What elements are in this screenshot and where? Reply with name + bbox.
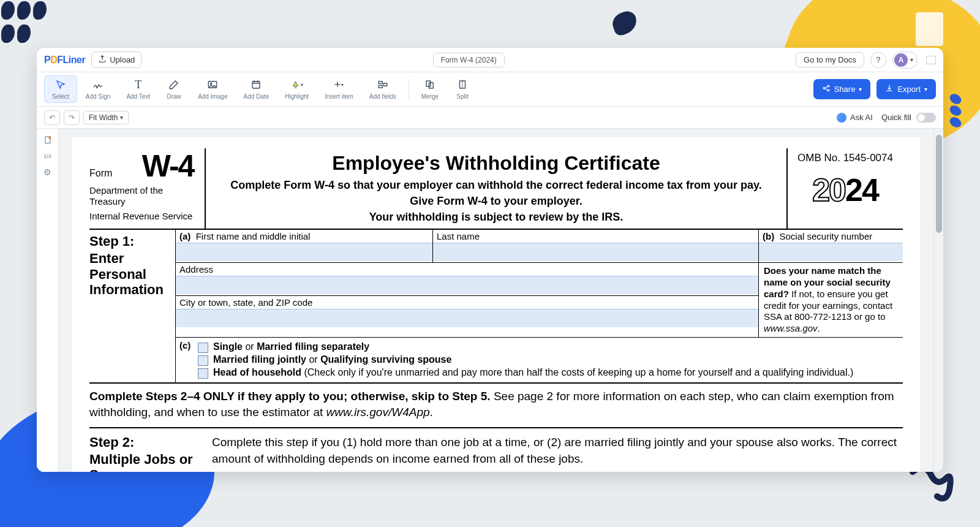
dept-line2: Internal Revenue Service: [89, 211, 201, 222]
plus-icon: +▾: [333, 78, 345, 91]
left-rail: 1/4 ⚙: [37, 129, 59, 472]
last-name-input[interactable]: [433, 243, 758, 261]
content-area: 1/4 ⚙ Form W-4 Department of the Treasur…: [37, 129, 943, 472]
step1-section: Step 1: Enter Personal Information (a) F…: [89, 230, 903, 384]
form-title: Employee's Withholding Certificate: [217, 152, 775, 175]
goto-docs-button[interactable]: Go to my Docs: [796, 52, 864, 67]
share-icon: [822, 84, 831, 94]
export-button[interactable]: Export ▾: [876, 79, 936, 99]
step2-body: Complete this step if you (1) hold more …: [212, 434, 903, 472]
ask-ai-button[interactable]: Ask AI: [837, 113, 873, 123]
form-year: 2024: [788, 172, 903, 208]
address-input[interactable]: [176, 276, 758, 294]
chevron-down-icon: ▾: [910, 56, 913, 63]
form-header-center: Employee's Withholding Certificate Compl…: [206, 148, 786, 229]
quick-fill-toggle[interactable]: Quick fill: [881, 113, 936, 123]
bg-blob-navy-dot: [609, 9, 640, 37]
document-title-badge[interactable]: Form W-4 (2024): [433, 53, 505, 67]
merge-icon: [424, 78, 436, 91]
form-header-right: OMB No. 1545-0074 2024: [786, 148, 903, 229]
highlight-icon: ▾: [291, 78, 303, 91]
settings-icon[interactable]: ⚙: [42, 167, 53, 178]
address-field: Address: [176, 263, 758, 296]
filing-hoh-option: Head of household (Check only if you're …: [198, 367, 899, 379]
pencil-icon: [168, 78, 180, 91]
image-icon: [206, 78, 219, 91]
step2-label: Step 2: Multiple Jobs or Spouse: [89, 434, 212, 472]
first-name-input[interactable]: [176, 243, 432, 261]
tool-add-text[interactable]: T Add Text: [119, 76, 157, 102]
share-button[interactable]: Share ▾: [813, 79, 871, 99]
omb-number: OMB No. 1545-0074: [788, 152, 903, 164]
document-viewport[interactable]: Form W-4 Department of the Treasury Inte…: [59, 129, 933, 472]
header-bar: PDFLiner Upload Form W-4 (2024) Go to my…: [37, 48, 943, 72]
address-column: Address City or town, state, and ZIP cod…: [176, 263, 759, 337]
svg-point-13: [48, 137, 51, 139]
svg-rect-5: [383, 83, 386, 86]
svg-rect-4: [379, 86, 382, 88]
toolbar-separator: [409, 78, 409, 100]
logo[interactable]: PDFLiner: [44, 55, 85, 66]
tool-add-date[interactable]: Add Date: [236, 76, 277, 102]
subbar: ↶ ↷ Fit Width ▾ Ask AI Quick fill: [37, 107, 943, 129]
form-header: Form W-4 Department of the Treasury Inte…: [89, 148, 903, 230]
svg-rect-2: [252, 82, 260, 88]
tool-merge[interactable]: Merge: [414, 76, 446, 102]
signature-icon: [92, 78, 104, 91]
ssn-note: Does your name match the name on your so…: [759, 263, 903, 337]
filing-single-option: Single or Married filing separately: [198, 341, 899, 353]
svg-rect-3: [379, 82, 382, 84]
text-icon: T: [132, 78, 145, 91]
avatar: A: [894, 53, 908, 67]
city-field: City or town, state, and ZIP code: [176, 296, 758, 328]
last-name-field: Last name: [433, 230, 759, 262]
page-indicator: 1/4: [43, 153, 51, 159]
upload-label: Upload: [110, 55, 135, 64]
row-a: (a) First name and middle initial Last n…: [176, 230, 903, 263]
app-window: PDFLiner Upload Form W-4 (2024) Go to my…: [37, 48, 943, 472]
svg-rect-6: [426, 81, 431, 86]
city-input[interactable]: [176, 309, 758, 327]
checkbox-hoh[interactable]: [198, 368, 208, 379]
split-icon: [456, 78, 469, 91]
tool-add-fields[interactable]: Add fields: [362, 76, 404, 102]
cursor-icon: [55, 78, 67, 91]
user-menu[interactable]: A ▾: [892, 51, 918, 69]
svg-rect-7: [429, 83, 433, 88]
undo-button[interactable]: ↶: [44, 110, 60, 125]
checkbox-single[interactable]: [198, 343, 208, 353]
tool-add-sign[interactable]: Add Sign: [78, 76, 118, 102]
fields-icon: [377, 78, 389, 91]
step1-fields: (a) First name and middle initial Last n…: [175, 230, 903, 382]
calendar-icon: [250, 78, 262, 91]
upload-icon: [98, 55, 107, 65]
tool-insert-item[interactable]: +▾ Insert item: [317, 76, 361, 102]
tool-add-image[interactable]: Add Image: [190, 76, 235, 102]
toolbar: Select Add Sign T Add Text Draw Add Imag…: [37, 72, 943, 107]
window-control[interactable]: [926, 56, 936, 64]
bg-doc-icon: [916, 12, 943, 46]
svg-point-1: [211, 83, 212, 84]
filing-married-option: Married filing jointly or Qualifying sur…: [198, 354, 899, 366]
help-button[interactable]: ?: [870, 52, 886, 68]
tool-select[interactable]: Select: [44, 75, 77, 103]
checkbox-married[interactable]: [198, 355, 208, 366]
ssn-field: (b) Social security number: [759, 230, 903, 262]
scroll-thumb[interactable]: [936, 135, 942, 233]
tool-draw[interactable]: Draw: [159, 76, 189, 102]
redo-button[interactable]: ↷: [64, 110, 80, 125]
dept-line1: Department of the Treasury: [89, 185, 201, 207]
zoom-select[interactable]: Fit Width ▾: [83, 111, 129, 124]
toggle-switch[interactable]: [916, 113, 936, 123]
ai-icon: [837, 113, 846, 123]
form-header-left: Form W-4 Department of the Treasury Inte…: [89, 148, 206, 229]
tool-split[interactable]: Split: [447, 76, 478, 102]
tool-highlight[interactable]: ▾ Highlight: [277, 76, 316, 102]
steps-note: Complete Steps 2–4 ONLY if they apply to…: [89, 384, 903, 428]
vertical-scrollbar[interactable]: [933, 129, 943, 472]
bg-blob-blue-side: [949, 92, 968, 123]
upload-button[interactable]: Upload: [91, 51, 141, 68]
pages-panel-icon[interactable]: [42, 135, 53, 146]
document-page: Form W-4 Department of the Treasury Inte…: [72, 137, 920, 472]
ssn-input[interactable]: [759, 243, 903, 261]
